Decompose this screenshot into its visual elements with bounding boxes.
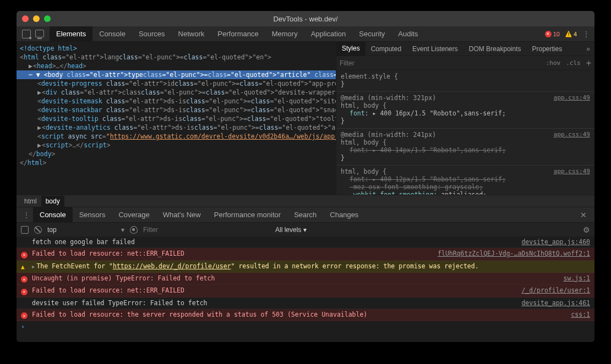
tab-security[interactable]: Security — [352, 26, 391, 41]
styles-tab-event-listeners[interactable]: Event Listeners — [407, 42, 463, 56]
elements-tree[interactable]: <!doctype html><html class="el-attr">lan… — [17, 42, 336, 195]
maximize-icon[interactable] — [44, 15, 51, 22]
new-rule-icon[interactable]: + — [586, 58, 591, 68]
drawer-tab-sensors[interactable]: Sensors — [73, 207, 112, 222]
styles-filter-input[interactable] — [340, 59, 541, 67]
console-toolbar: top All levels▾ ⚙ — [17, 222, 594, 236]
error-icon: ✕ — [21, 252, 28, 258]
dom-node[interactable]: <devsite-tooltip class="el-attr">ds-iscl… — [17, 114, 336, 123]
close-icon[interactable] — [22, 15, 29, 22]
tab-application[interactable]: Application — [304, 26, 353, 41]
styles-tab-styles[interactable]: Styles — [336, 42, 365, 56]
console-prompt[interactable] — [17, 321, 594, 332]
dom-node[interactable]: </body> — [17, 150, 336, 158]
more-tabs-icon[interactable]: » — [582, 45, 594, 53]
execution-context-select[interactable]: top — [47, 226, 124, 234]
inspect-element-icon[interactable] — [22, 30, 31, 38]
css-rule[interactable]: app.css:49@media (min-width: 241px)html,… — [336, 129, 594, 166]
source-link[interactable]: sw.js:1 — [564, 274, 590, 282]
dom-node[interactable]: ⋯ ▼ <body class="el-attr">typeclass="el-… — [17, 70, 336, 79]
dom-node[interactable]: <script async src="https://www.gstatic.c… — [17, 132, 336, 141]
dom-node[interactable]: ▶<div class="el-attr">classclass="el-pun… — [17, 88, 336, 97]
styles-tab-properties[interactable]: Properties — [526, 42, 568, 56]
breadcrumb-item[interactable]: html — [20, 196, 41, 207]
device-toggle-icon[interactable] — [35, 30, 44, 37]
source-link[interactable]: devsite_app.js:461 — [521, 299, 590, 307]
dom-node[interactable]: <!doctype html> — [17, 44, 336, 53]
drawer-tabs: ⋮ ConsoleSensorsCoverageWhat's NewPerfor… — [17, 207, 594, 222]
drawer-tab-search[interactable]: Search — [287, 207, 323, 222]
source-link[interactable]: css:1 — [571, 311, 590, 318]
console-entry-warn[interactable]: ▲▶The FetchEvent for "https://web.dev/_d… — [17, 261, 594, 273]
error-icon: ✕ — [21, 289, 28, 295]
css-rule[interactable]: app.css:49html, body {font: ▸ 400 12px/1… — [336, 166, 594, 195]
styles-tab-computed[interactable]: Computed — [365, 42, 407, 56]
toolbar-right: 10 4 ⋮ — [545, 30, 594, 38]
console-entry-error[interactable]: ✕Failed to load resource: net::ERR_FAILE… — [17, 285, 594, 297]
source-link[interactable]: app.css:49 — [554, 168, 590, 175]
devtools-window: DevTools - web.dev/ ElementsConsoleSourc… — [17, 11, 594, 342]
drawer-tab-coverage[interactable]: Coverage — [112, 207, 156, 222]
tab-console[interactable]: Console — [92, 26, 132, 41]
error-icon: ✕ — [21, 276, 28, 283]
main-tabs: ElementsConsoleSourcesNetworkPerformance… — [50, 26, 424, 41]
drawer-tab-console[interactable]: Console — [33, 207, 73, 222]
minimize-icon[interactable] — [33, 15, 40, 22]
console-filter-input[interactable] — [143, 226, 270, 234]
dom-node[interactable]: <html class="el-attr">langclass="el-punc… — [17, 53, 336, 62]
styles-filter-bar: :hov .cls + — [336, 56, 594, 70]
source-link[interactable]: /_d/profile/user:1 — [521, 286, 590, 294]
console-entry-error[interactable]: ✕Uncaught (in promise) TypeError: Failed… — [17, 273, 594, 285]
titlebar: DevTools - web.dev/ — [17, 11, 594, 26]
css-rule[interactable]: app.css:49@media (min-width: 321px)html,… — [336, 92, 594, 129]
clear-console-icon[interactable] — [34, 226, 42, 234]
console-entry-error[interactable]: ✕Failed to load resource: the server res… — [17, 309, 594, 322]
dom-node[interactable]: </html> — [17, 158, 336, 167]
tab-elements[interactable]: Elements — [50, 26, 92, 41]
kebab-menu-icon[interactable]: ⋮ — [582, 30, 590, 38]
drawer-close-icon[interactable]: ✕ — [576, 211, 591, 219]
console-entry-log[interactable]: fetch one google bar faileddevsite_app.j… — [17, 236, 594, 248]
tab-memory[interactable]: Memory — [265, 26, 304, 41]
source-link[interactable]: devsite_app.js:460 — [521, 238, 590, 246]
dom-node[interactable]: <devsite-progress class="el-attr">idclas… — [17, 79, 336, 88]
cls-toggle[interactable]: .cls — [566, 59, 581, 67]
dom-node[interactable]: ▶<script>…</script> — [17, 141, 336, 150]
traffic-lights — [22, 15, 51, 22]
error-icon: ✕ — [21, 312, 28, 319]
dom-node[interactable]: ▶<devsite-analytics class="el-attr">ds-i… — [17, 123, 336, 132]
error-count-badge[interactable]: 10 — [545, 31, 560, 37]
dom-node[interactable]: <devsite-sitemask class="el-attr">ds-isc… — [17, 97, 336, 106]
elements-breadcrumb: htmlbody — [17, 195, 594, 207]
tab-network[interactable]: Network — [172, 26, 211, 41]
styles-tab-dom-breakpoints[interactable]: DOM Breakpoints — [463, 42, 527, 56]
styles-rules[interactable]: element.style {}app.css:49@media (min-wi… — [336, 70, 594, 195]
drawer-tab-changes[interactable]: Changes — [323, 207, 365, 222]
console-settings-icon[interactable]: ⚙ — [583, 225, 590, 234]
tab-sources[interactable]: Sources — [132, 26, 172, 41]
console-log[interactable]: fetch one google bar faileddevsite_app.j… — [17, 236, 594, 342]
source-link[interactable]: app.css:49 — [554, 94, 590, 101]
drawer-tab-performance-monitor[interactable]: Performance monitor — [208, 207, 287, 222]
source-link[interactable]: app.css:49 — [554, 131, 590, 138]
tab-performance[interactable]: Performance — [211, 26, 265, 41]
styles-panel: StylesComputedEvent ListenersDOM Breakpo… — [336, 42, 594, 195]
breadcrumb-item[interactable]: body — [41, 196, 64, 207]
log-levels-select[interactable]: All levels▾ — [275, 226, 307, 234]
warning-icon: ▲ — [21, 263, 25, 271]
hov-toggle[interactable]: :hov — [546, 59, 561, 67]
sidebar-toggle-icon[interactable] — [21, 226, 29, 234]
source-link[interactable]: flUhRq6tzZclQEJ-Vdg-…aDsNcIhQ8tQ.woff2:1 — [438, 250, 590, 257]
drawer-tab-what-s-new[interactable]: What's New — [156, 207, 208, 222]
tab-audits[interactable]: Audits — [391, 26, 424, 41]
dom-node[interactable]: <devsite-snackbar class="el-attr">ds-isc… — [17, 106, 336, 114]
warning-count-badge[interactable]: 4 — [565, 31, 577, 37]
console-entry-log[interactable]: devsite user failed TypeError: Failed to… — [17, 297, 594, 309]
css-rule[interactable]: element.style {} — [336, 70, 594, 92]
drawer-kebab-icon[interactable]: ⋮ — [20, 211, 33, 219]
styles-tabs: StylesComputedEvent ListenersDOM Breakpo… — [336, 42, 594, 56]
console-entry-error[interactable]: ✕Failed to load resource: net::ERR_FAILE… — [17, 248, 594, 261]
live-expression-icon[interactable] — [130, 226, 138, 234]
dom-node[interactable]: ▶<head>…</head> — [17, 62, 336, 70]
window-title: DevTools - web.dev/ — [273, 15, 337, 23]
